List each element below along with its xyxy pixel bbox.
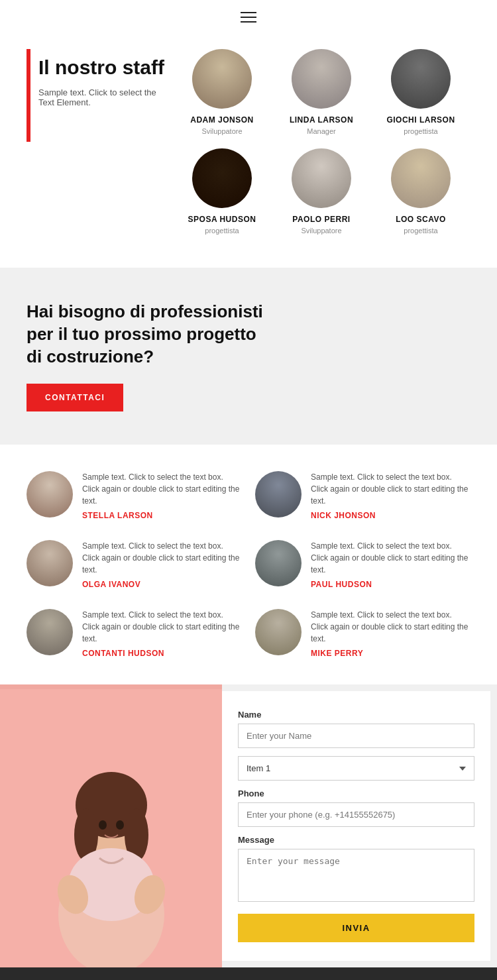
staff-card: LINDA LARSON Manager (272, 49, 371, 142)
team-desc: Sample text. Click to select the text bo… (82, 540, 242, 576)
message-input[interactable] (238, 849, 474, 902)
staff-member-role: progettista (205, 227, 239, 235)
staff-avatar (292, 148, 351, 208)
staff-member-name: ADAM JONSON (190, 115, 254, 125)
team-item: Sample text. Click to select the text bo… (27, 540, 242, 589)
team-member-name: CONTANTI HUDSON (82, 649, 242, 658)
team-avatar (27, 471, 73, 517)
staff-avatar (391, 49, 451, 109)
name-label: Name (238, 710, 474, 720)
team-info: Sample text. Click to select the text bo… (311, 471, 470, 520)
contact-form: Name Item 1Item 2Item 3 Phone Message IN… (222, 691, 490, 961)
staff-grid: ADAM JONSON Sviluppatore LINDA LARSON Ma… (172, 49, 470, 241)
team-desc: Sample text. Click to select the text bo… (311, 471, 470, 507)
staff-subtitle: Sample text. Click to select the Text El… (27, 87, 172, 107)
cta-section: Hai bisogno di professionisti per il tuo… (0, 268, 497, 445)
team-member-name: NICK JHONSON (311, 511, 470, 520)
staff-intro: Il nostro staff Sample text. Click to se… (27, 49, 172, 241)
staff-member-name: SPOSA HUDSON (188, 215, 256, 224)
team-avatar (255, 540, 302, 586)
team-avatar (255, 609, 302, 655)
staff-card: SPOSA HUDSON progettista (172, 148, 272, 241)
team-avatar (255, 471, 302, 517)
staff-card: ADAM JONSON Sviluppatore (172, 49, 272, 142)
team-member-name: MIKE PERRY (311, 649, 470, 658)
team-info: Sample text. Click to select the text bo… (82, 540, 242, 589)
phone-label: Phone (238, 789, 474, 798)
svg-point-6 (99, 820, 107, 830)
team-item: Sample text. Click to select the text bo… (255, 540, 470, 589)
staff-member-name: LOO SCAVO (396, 215, 446, 224)
staff-member-role: progettista (404, 127, 437, 135)
staff-avatar (292, 49, 351, 109)
team-member-name: PAUL HUDSON (311, 580, 470, 589)
team-grid: Sample text. Click to select the text bo… (27, 471, 470, 658)
team-item: Sample text. Click to select the text bo… (27, 471, 242, 520)
staff-member-name: LINDA LARSON (290, 115, 353, 125)
staff-member-role: progettista (404, 227, 437, 235)
header (0, 0, 497, 29)
dropdown-select[interactable]: Item 1Item 2Item 3 (238, 756, 474, 781)
staff-card: GIOCHI LARSON progettista (371, 49, 470, 142)
staff-title: Il nostro staff (27, 56, 172, 80)
name-input[interactable] (238, 724, 474, 748)
team-member-name: STELLA LARSON (82, 511, 242, 520)
staff-card: PAOLO PERRI Sviluppatore (272, 148, 371, 241)
staff-avatar (192, 49, 252, 109)
team-member-name: OLGA IVANOV (82, 580, 242, 589)
message-label: Message (238, 835, 474, 845)
cta-button[interactable]: CONTATTACI (27, 384, 123, 411)
staff-avatar (192, 148, 252, 208)
team-desc: Sample text. Click to select the text bo… (311, 609, 470, 645)
team-info: Sample text. Click to select the text bo… (311, 609, 470, 658)
contact-section: Name Item 1Item 2Item 3 Phone Message IN… (0, 684, 497, 967)
staff-member-role: Sviluppatore (201, 127, 242, 135)
team-desc: Sample text. Click to select the text bo… (82, 471, 242, 507)
team-desc: Sample text. Click to select the text bo… (311, 540, 470, 576)
team-item: Sample text. Click to select the text bo… (27, 609, 242, 658)
team-desc: Sample text. Click to select the text bo… (82, 609, 242, 645)
staff-card: LOO SCAVO progettista (371, 148, 470, 241)
staff-member-role: Sviluppatore (301, 227, 341, 235)
team-info: Sample text. Click to select the text bo… (82, 609, 242, 658)
team-list-section: Sample text. Click to select the text bo… (0, 445, 497, 684)
team-info: Sample text. Click to select the text bo… (311, 540, 470, 589)
staff-member-role: Manager (307, 127, 335, 135)
team-avatar (27, 540, 73, 586)
team-item: Sample text. Click to select the text bo… (255, 609, 470, 658)
staff-member-name: PAOLO PERRI (292, 215, 350, 224)
staff-member-name: GIOCHI LARSON (386, 115, 455, 125)
staff-avatar (391, 148, 451, 208)
contact-image (0, 684, 222, 967)
cta-title: Hai bisogno di professionisti per il tuo… (27, 301, 265, 368)
footer: Sample text. Click to select the Text El… (0, 967, 497, 980)
team-avatar (27, 609, 73, 655)
woman-illustration (0, 689, 222, 967)
team-item: Sample text. Click to select the text bo… (255, 471, 470, 520)
menu-icon[interactable] (241, 12, 256, 23)
staff-section: Il nostro staff Sample text. Click to se… (0, 29, 497, 268)
team-info: Sample text. Click to select the text bo… (82, 471, 242, 520)
phone-input[interactable] (238, 802, 474, 827)
svg-point-7 (116, 820, 124, 830)
submit-button[interactable]: INVIA (238, 914, 474, 942)
